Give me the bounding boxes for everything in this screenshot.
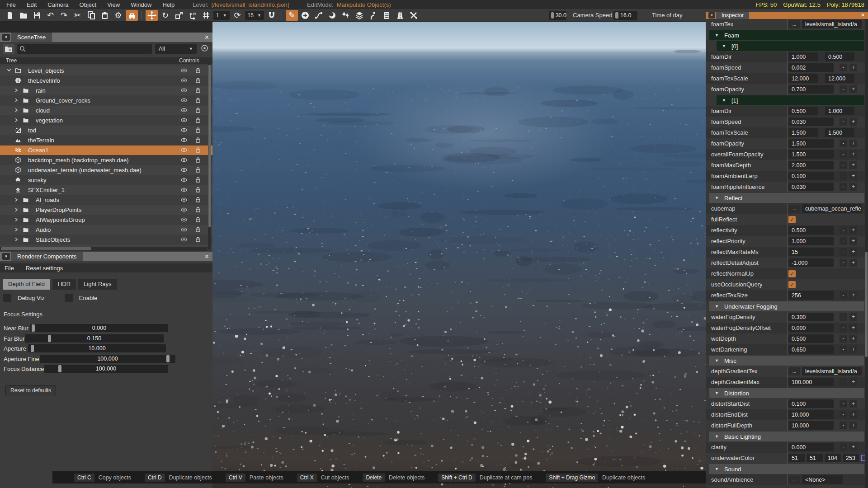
visibility-eye-icon[interactable] [181, 197, 187, 203]
tab-renderer-components[interactable]: Renderer Components [11, 252, 83, 261]
increment-button[interactable]: + [849, 324, 857, 332]
value-field[interactable]: 0.100 [788, 399, 834, 408]
decrement-button[interactable]: - [840, 443, 847, 451]
section-header[interactable]: ▼Distortion [709, 388, 864, 398]
tree-item-playerdroppoints[interactable]: PlayerDropPoints [0, 205, 212, 215]
inspector-scrollbar[interactable] [865, 19, 868, 488]
locate-object-icon[interactable] [201, 44, 208, 52]
decrement-button[interactable]: - [840, 259, 847, 267]
time-of-day-slider-thumb[interactable] [615, 12, 618, 19]
checkbox-checked[interactable]: ✓ [788, 270, 796, 277]
path-field[interactable]: levels/small_island/a [802, 20, 862, 28]
tree-item-sfxemitter-1[interactable]: SFXEmitter_1 [0, 185, 212, 195]
value-field[interactable]: 1.500 [788, 150, 834, 159]
increment-button[interactable]: + [849, 248, 857, 256]
menu-item-object[interactable]: Object [80, 1, 97, 8]
browse-button[interactable]: ... [788, 20, 800, 28]
value-field[interactable]: 0.030 [788, 183, 834, 191]
panel-filter-icon[interactable]: ▼ [708, 12, 715, 19]
value-field[interactable]: 1.500 [788, 139, 834, 148]
value-field[interactable]: 12.000 [825, 74, 854, 83]
debug-viz-checkbox[interactable] [3, 294, 11, 302]
decrement-button[interactable]: - [840, 172, 847, 180]
increment-button[interactable]: + [849, 118, 857, 126]
sound-field[interactable]: <None> [802, 475, 843, 484]
enable-checkbox[interactable] [65, 294, 73, 302]
tree-item-rain[interactable]: rain [0, 86, 212, 95]
lock-icon[interactable] [195, 87, 201, 94]
tree-item-level-objects[interactable]: Level_objects [0, 66, 212, 75]
visibility-eye-icon[interactable] [181, 157, 187, 163]
add-folder-button[interactable] [3, 44, 14, 54]
visibility-eye-icon[interactable] [181, 206, 187, 213]
chevron-right-icon[interactable] [14, 207, 18, 212]
lock-icon[interactable] [195, 157, 201, 163]
path-field[interactable]: levels/small_island/a [802, 367, 862, 375]
chevron-right-icon[interactable] [14, 88, 18, 93]
decal-tool-button[interactable] [354, 10, 366, 21]
renderer-menu-reset-settings[interactable]: Reset settings [26, 265, 63, 272]
value-field[interactable]: 10.000 [788, 410, 834, 419]
slider-thumb[interactable] [58, 365, 61, 372]
visibility-eye-icon[interactable] [181, 137, 187, 143]
value-field[interactable]: 0.000 [788, 324, 834, 332]
misc-tools-button[interactable] [408, 10, 420, 21]
decrement-button[interactable]: - [840, 183, 847, 191]
decrement-button[interactable]: - [840, 378, 847, 386]
lock-icon[interactable] [195, 67, 201, 74]
increment-button[interactable]: + [849, 85, 857, 93]
search-box[interactable] [17, 44, 152, 54]
increment-button[interactable]: + [849, 183, 857, 191]
visibility-eye-icon[interactable] [181, 187, 187, 193]
lock-icon[interactable] [195, 127, 201, 133]
section-header[interactable]: ▼[0] [717, 41, 864, 51]
lock-icon[interactable] [195, 226, 201, 233]
slider-track[interactable]: 100.000 [44, 365, 168, 373]
lock-icon[interactable] [195, 167, 201, 173]
increment-button[interactable]: + [849, 346, 857, 353]
color-channel-field[interactable]: 51 [788, 454, 805, 462]
decrement-button[interactable]: - [840, 150, 847, 158]
increment-button[interactable]: + [849, 378, 857, 386]
checkbox-checked[interactable]: ✓ [788, 281, 796, 288]
tree-item-aiwaypointsgroup[interactable]: AIWaypointsGroup [0, 215, 212, 225]
decrement-button[interactable]: - [840, 248, 847, 256]
tree-item-theterrain[interactable]: theTerrain [0, 136, 212, 145]
visibility-eye-icon[interactable] [181, 127, 187, 133]
increment-button[interactable]: + [849, 422, 857, 429]
menu-item-file[interactable]: File [6, 1, 16, 8]
decrement-button[interactable]: - [840, 140, 847, 147]
translate-tool-button[interactable] [146, 10, 158, 21]
camera-speed-slider-thumb[interactable] [551, 12, 554, 19]
slider-track[interactable]: 0.000 [30, 324, 168, 332]
slider-track[interactable]: 0.150 [25, 334, 164, 343]
increment-button[interactable]: + [849, 161, 857, 169]
decrement-button[interactable]: - [840, 346, 847, 353]
slider-thumb[interactable] [31, 345, 34, 352]
color-channel-field[interactable]: 104 [825, 454, 841, 462]
tree-item-staticobjects[interactable]: StaticObjects [0, 235, 212, 244]
visibility-eye-icon[interactable] [181, 77, 187, 84]
snap-grid-button[interactable] [200, 10, 212, 21]
time-of-day-field[interactable]: 16.0 [613, 11, 637, 20]
slider-thumb[interactable] [32, 324, 35, 332]
menu-item-camera[interactable]: Camera [47, 1, 68, 8]
visibility-eye-icon[interactable] [181, 177, 187, 183]
copy-button[interactable] [85, 10, 97, 21]
menu-item-edit[interactable]: Edit [27, 1, 37, 8]
checkbox-checked[interactable]: ✓ [788, 216, 796, 223]
tree-item-audio[interactable]: Audio [0, 225, 212, 235]
chevron-right-icon[interactable] [14, 98, 18, 103]
panel-filter-icon[interactable]: ▼ [2, 34, 10, 41]
menu-item-view[interactable]: View [107, 1, 120, 8]
lock-icon[interactable] [195, 97, 201, 103]
section-header[interactable]: ▼Reflect [709, 193, 864, 203]
paste-button[interactable] [99, 10, 111, 21]
value-field[interactable]: 1.500 [825, 128, 854, 137]
scenetree-horizontal-scrollbar[interactable] [0, 247, 208, 251]
section-header[interactable]: ▼[1] [717, 95, 864, 105]
slider-thumb[interactable] [48, 335, 51, 342]
chevron-right-icon[interactable] [14, 217, 18, 222]
increment-button[interactable]: + [849, 259, 857, 267]
redo-button[interactable]: ↷ [58, 10, 70, 21]
